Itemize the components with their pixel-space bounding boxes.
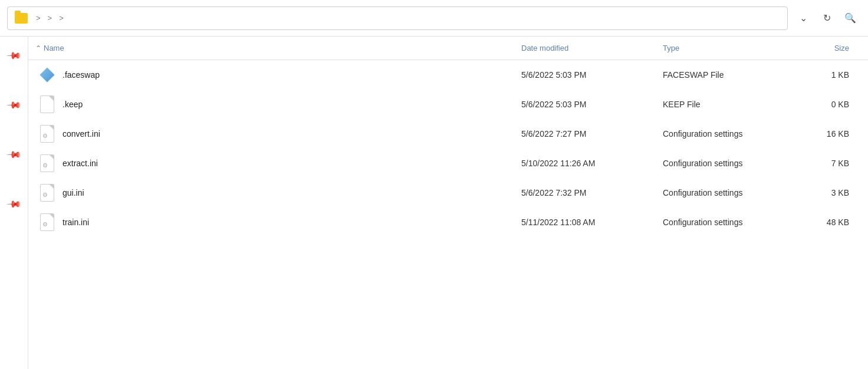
file-list-area: ⌃Name Date modified Type Size .faceswap … — [28, 37, 868, 369]
search-button[interactable]: 🔍 — [840, 8, 861, 29]
pin-icon-1[interactable]: 📌 — [4, 45, 24, 65]
file-name: gui.ini — [63, 188, 84, 197]
file-size: 0 KB — [797, 100, 868, 109]
file-date: 5/6/2022 5:03 PM — [514, 70, 656, 80]
breadcrumb: > > > — [32, 14, 67, 22]
file-name: .keep — [63, 100, 83, 109]
file-name-cell: .keep — [28, 95, 514, 114]
file-icon-ini: ⚙ — [38, 213, 57, 232]
file-name: train.ini — [63, 218, 89, 227]
table-row[interactable]: .faceswap 5/6/2022 5:03 PM FACESWAP File… — [28, 60, 868, 90]
pin-icon-3[interactable]: 📌 — [4, 144, 24, 164]
folder-icon — [15, 13, 28, 24]
col-header-size[interactable]: Size — [797, 41, 868, 55]
file-date: 5/11/2022 11:08 AM — [514, 218, 656, 227]
refresh-button[interactable]: ↻ — [816, 8, 837, 29]
table-row[interactable]: ⚙ train.ini 5/11/2022 11:08 AM Configura… — [28, 207, 868, 237]
table-row[interactable]: ⚙ extract.ini 5/10/2022 11:26 AM Configu… — [28, 149, 868, 178]
file-type: Configuration settings — [656, 159, 797, 168]
file-type: KEEP File — [656, 100, 797, 109]
address-actions: ⌄ ↻ 🔍 — [793, 8, 861, 29]
file-name-cell: ⚙ gui.ini — [28, 183, 514, 202]
file-size: 48 KB — [797, 218, 868, 227]
table-row[interactable]: ⚙ gui.ini 5/6/2022 7:32 PM Configuration… — [28, 178, 868, 207]
file-size: 16 KB — [797, 129, 868, 139]
file-type: Configuration settings — [656, 218, 797, 227]
file-icon-faceswap — [38, 65, 57, 84]
col-header-date[interactable]: Date modified — [514, 41, 656, 55]
col-header-type[interactable]: Type — [656, 41, 797, 55]
table-row[interactable]: .keep 5/6/2022 5:03 PM KEEP File 0 KB — [28, 90, 868, 119]
file-size: 1 KB — [797, 70, 868, 80]
main-area: 📌 📌 📌 📌 ⌃Name Date modified Type Size .f… — [0, 37, 868, 369]
file-icon-ini: ⚙ — [38, 154, 57, 173]
file-name-cell: ⚙ train.ini — [28, 213, 514, 232]
file-icon-doc — [38, 95, 57, 114]
file-size: 3 KB — [797, 188, 868, 197]
file-type: Configuration settings — [656, 129, 797, 139]
file-name: .faceswap — [63, 70, 100, 80]
file-date: 5/10/2022 11:26 AM — [514, 159, 656, 168]
column-headers: ⌃Name Date modified Type Size — [28, 37, 868, 60]
file-name: extract.ini — [63, 159, 98, 168]
pin-icon-4[interactable]: 📌 — [4, 194, 24, 214]
file-type: FACESWAP File — [656, 70, 797, 80]
file-name: convert.ini — [63, 129, 100, 139]
sidebar: 📌 📌 📌 📌 — [0, 37, 28, 369]
file-date: 5/6/2022 7:27 PM — [514, 129, 656, 139]
file-date: 5/6/2022 7:32 PM — [514, 188, 656, 197]
col-header-name[interactable]: ⌃Name — [28, 41, 514, 55]
file-type: Configuration settings — [656, 188, 797, 197]
file-date: 5/6/2022 5:03 PM — [514, 100, 656, 109]
table-row[interactable]: ⚙ convert.ini 5/6/2022 7:27 PM Configura… — [28, 119, 868, 149]
address-bar: > > > ⌄ ↻ 🔍 — [0, 0, 868, 37]
breadcrumb-area[interactable]: > > > — [7, 6, 788, 30]
pin-icon-2[interactable]: 📌 — [4, 95, 24, 115]
file-rows: .faceswap 5/6/2022 5:03 PM FACESWAP File… — [28, 60, 868, 237]
file-name-cell: .faceswap — [28, 65, 514, 84]
dropdown-button[interactable]: ⌄ — [793, 8, 814, 29]
file-icon-ini: ⚙ — [38, 183, 57, 202]
file-name-cell: ⚙ convert.ini — [28, 124, 514, 143]
file-icon-ini: ⚙ — [38, 124, 57, 143]
file-size: 7 KB — [797, 159, 868, 168]
file-name-cell: ⚙ extract.ini — [28, 154, 514, 173]
